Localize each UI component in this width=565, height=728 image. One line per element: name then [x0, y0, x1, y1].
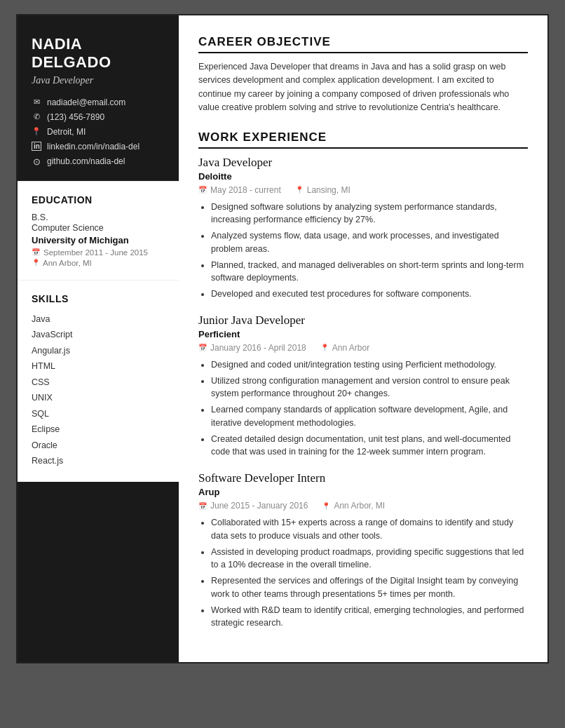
job-3-location: 📍 Ann Arbor, MI	[322, 501, 385, 511]
job-3: Software Developer Intern Arup 📅 June 20…	[198, 471, 528, 630]
job-3-bullet-4: Worked with R&D team to identify critica…	[211, 604, 528, 631]
job-1-bullet-4: Developed and executed test procedures f…	[211, 288, 528, 301]
career-objective-text: Experienced Java Developer that dreams i…	[198, 60, 528, 115]
location-icon-1: 📍	[295, 186, 304, 194]
job-2-company: Perficient	[198, 329, 528, 339]
contact-linkedin: in linkedin.com/in/nadia-del	[32, 142, 165, 151]
skill-javascript: JavaScript	[32, 327, 165, 343]
edu-school: University of Michigan	[32, 235, 165, 245]
candidate-title: Java Developer	[32, 75, 165, 86]
job-2-bullet-1: Designed and coded unit/integration test…	[211, 358, 528, 372]
calendar-icon-2: 📅	[198, 344, 207, 351]
education-section: EDUCATION B.S. Computer Science Universi…	[18, 181, 179, 280]
contact-phone: ✆ (123) 456-7890	[32, 112, 165, 122]
job-2-dates: 📅 January 2016 - April 2018	[198, 343, 306, 353]
job-1-bullet-2: Analyzed systems flow, data usage, and w…	[211, 229, 528, 256]
job-2-title: Junior Java Developer	[198, 314, 528, 328]
work-experience-title: WORK EXPERIENCE	[198, 130, 528, 149]
sidebar: NADIA DELGADO Java Developer ✉ nadiadel@…	[18, 15, 179, 662]
job-1: Java Developer Deloitte 📅 May 2018 - cur…	[198, 156, 528, 301]
job-3-meta: 📅 June 2015 - January 2016 📍 Ann Arbor, …	[198, 501, 528, 511]
job-2-bullets: Designed and coded unit/integration test…	[198, 358, 528, 459]
edu-dates: 📅 September 2011 - June 2015	[32, 248, 165, 257]
career-objective-section: CAREER OBJECTIVE Experienced Java Develo…	[198, 35, 528, 115]
skill-css: CSS	[32, 375, 165, 391]
job-1-title: Java Developer	[198, 156, 528, 170]
job-2-bullet-4: Created detailed design documentation, u…	[211, 433, 528, 459]
skill-unix: UNIX	[32, 390, 165, 406]
location-icon-2: 📍	[320, 344, 329, 351]
education-section-title: EDUCATION	[32, 194, 165, 205]
location-pin-icon: 📍	[32, 259, 40, 267]
job-2-meta: 📅 January 2016 - April 2018 📍 Ann Arbor	[198, 343, 528, 353]
job-3-bullets: Collaborated with 15+ experts across a r…	[198, 516, 528, 630]
job-3-bullet-2: Assisted in developing product roadmaps,…	[211, 546, 528, 572]
calendar-icon: 📅	[32, 248, 40, 256]
edu-field: Computer Science	[32, 223, 165, 233]
career-objective-title: CAREER OBJECTIVE	[198, 35, 528, 53]
job-1-dates: 📅 May 2018 - current	[198, 185, 281, 195]
calendar-icon-1: 📅	[198, 186, 207, 194]
location-icon: 📍	[32, 127, 41, 136]
job-1-company: Deloitte	[198, 171, 528, 182]
job-1-meta: 📅 May 2018 - current 📍 Lansing, MI	[198, 185, 528, 195]
edu-degree: B.S.	[32, 213, 165, 222]
linkedin-icon: in	[32, 142, 41, 151]
skill-java: Java	[32, 311, 165, 328]
skill-reactjs: React.js	[32, 453, 165, 469]
contact-github: ⊙ github.com/nadia-del	[32, 156, 165, 167]
job-2-bullet-2: Utilized strong configuration management…	[211, 375, 528, 401]
job-3-bullet-1: Collaborated with 15+ experts across a r…	[211, 516, 528, 543]
skills-section: SKILLS Java JavaScript Angular.js HTML C…	[18, 280, 179, 482]
contact-email: ✉ nadiadel@email.com	[32, 97, 165, 107]
skills-section-title: SKILLS	[32, 293, 165, 304]
skill-eclipse: Eclipse	[32, 422, 165, 438]
skills-list: Java JavaScript Angular.js HTML CSS UNIX…	[32, 311, 165, 469]
job-2-bullet-3: Learned company standards of application…	[211, 403, 528, 430]
resume-container: NADIA DELGADO Java Developer ✉ nadiadel@…	[16, 14, 549, 663]
phone-icon: ✆	[32, 112, 41, 121]
job-2-location: 📍 Ann Arbor	[320, 343, 369, 353]
contact-list: ✉ nadiadel@email.com ✆ (123) 456-7890 📍 …	[32, 97, 165, 167]
sidebar-header: NADIA DELGADO Java Developer ✉ nadiadel@…	[18, 15, 179, 181]
job-1-location: 📍 Lansing, MI	[295, 185, 350, 195]
calendar-icon-3: 📅	[198, 502, 207, 510]
main-content: CAREER OBJECTIVE Experienced Java Develo…	[179, 15, 547, 662]
job-1-bullets: Designed software solutions by analyzing…	[198, 201, 528, 301]
github-icon: ⊙	[32, 156, 41, 167]
job-3-bullet-3: Represented the services and offerings o…	[211, 574, 528, 601]
skill-oracle: Oracle	[32, 438, 165, 454]
job-3-company: Arup	[198, 487, 528, 497]
email-icon: ✉	[32, 97, 41, 107]
skill-angularjs: Angular.js	[32, 343, 165, 359]
job-3-title: Software Developer Intern	[198, 471, 528, 485]
job-1-bullet-1: Designed software solutions by analyzing…	[211, 201, 528, 227]
skill-sql: SQL	[32, 406, 165, 422]
job-1-bullet-3: Planned, tracked, and managed deliverabl…	[211, 259, 528, 285]
job-2: Junior Java Developer Perficient 📅 Janua…	[198, 314, 528, 459]
candidate-name: NADIA DELGADO	[32, 35, 165, 72]
job-3-dates: 📅 June 2015 - January 2016	[198, 501, 308, 511]
location-icon-3: 📍	[322, 502, 330, 510]
contact-location: 📍 Detroit, MI	[32, 127, 165, 137]
skill-html: HTML	[32, 358, 165, 375]
edu-location: 📍 Ann Arbor, MI	[32, 259, 165, 267]
work-experience-section: WORK EXPERIENCE Java Developer Deloitte …	[198, 130, 528, 631]
